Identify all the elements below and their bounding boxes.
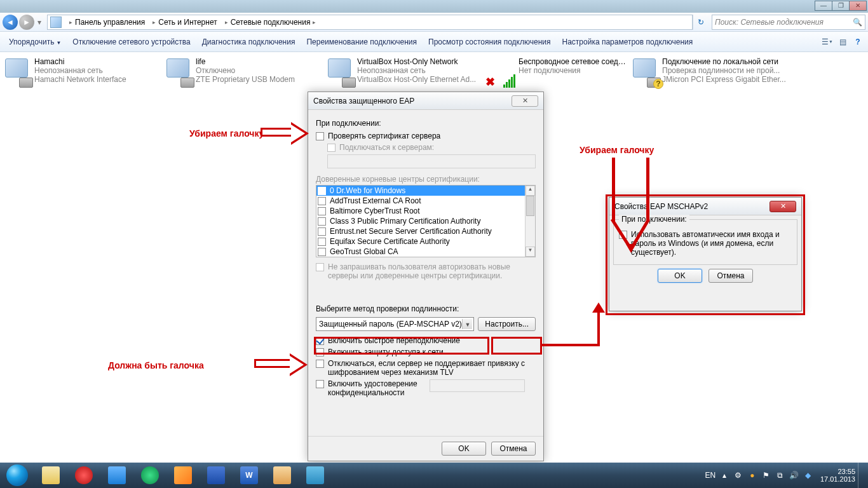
rename-button[interactable]: Переименование подключения xyxy=(301,35,422,49)
modem-icon xyxy=(180,78,194,88)
crumb-2[interactable]: Сетевые подключения xyxy=(231,18,311,27)
tray-action-center-icon[interactable]: ⚑ xyxy=(761,470,772,481)
task-dropbox[interactable] xyxy=(101,464,133,487)
connect-servers-label: Подключаться к серверам: xyxy=(339,143,434,152)
disable-device-button[interactable]: Отключение сетевого устройства xyxy=(67,35,195,49)
system-tray: EN ▴ ⚙ ● ⚑ ⧉ 🔊 ◆ 23:55 17.01.2013 xyxy=(703,463,868,488)
tray-dropbox-icon[interactable]: ◆ xyxy=(803,470,814,481)
search-input[interactable]: Поиск: Сетевые подключения 🔍 xyxy=(712,15,865,30)
adapter-icon xyxy=(5,58,28,78)
on-connect-label: При подключении: xyxy=(316,119,536,128)
connection-item[interactable]: HamachiНеопознанная сетьHamachi Network … xyxy=(4,57,163,88)
trusted-ca-label: Доверенные корневые центры сертификации: xyxy=(316,175,536,184)
configure-button[interactable]: Настроить... xyxy=(478,317,536,331)
organize-button[interactable]: Упорядочить▼ xyxy=(4,35,66,49)
task-app2[interactable] xyxy=(299,464,331,487)
nav-forward-button[interactable]: ► xyxy=(19,15,34,30)
tray-volume-icon[interactable]: 🔊 xyxy=(789,470,800,481)
media-icon xyxy=(174,466,192,484)
cancel-button[interactable]: Отмена xyxy=(491,442,536,456)
nav-back-button[interactable]: ◄ xyxy=(3,15,18,30)
validate-cert-checkbox[interactable] xyxy=(316,132,324,140)
id-privacy-input xyxy=(430,379,525,392)
refresh-button[interactable]: ↻ xyxy=(693,15,708,30)
word-icon: W xyxy=(240,466,258,484)
disconnected-icon: ✖ xyxy=(485,75,519,89)
preview-pane-button[interactable]: ▤ xyxy=(836,36,849,48)
crumb-1[interactable]: Сеть и Интернет xyxy=(158,18,217,27)
network-folder-icon xyxy=(50,17,62,28)
auth-method-combobox[interactable]: Защищенный пароль (EAP-MSCHAP v2) ▼ xyxy=(316,317,474,331)
conn-status: Нет подключения xyxy=(519,66,629,75)
ca-item[interactable]: 0 Dr.Web for Windows xyxy=(330,186,405,195)
settings-button[interactable]: Настройка параметров подключения xyxy=(557,35,698,49)
task-media[interactable] xyxy=(167,464,199,487)
show-desktop-button[interactable] xyxy=(858,463,864,488)
clock-date: 17.01.2013 xyxy=(820,475,855,483)
ca-item[interactable]: GeoTrust Global CA xyxy=(330,247,398,256)
eap-properties-dialog: Свойства защищенного EAP ✕ При подключен… xyxy=(308,92,544,461)
conn-name: life xyxy=(196,57,324,66)
annotation-remove-check-1: Убираем галочку xyxy=(189,128,264,139)
conn-device: Hamachi Network Interface xyxy=(34,75,163,84)
dialog-close-button[interactable]: ✕ xyxy=(512,95,538,107)
connection-item[interactable]: ? Подключение по локальной сетиПроверка … xyxy=(632,57,790,88)
ok-button[interactable]: OK xyxy=(442,442,486,456)
dropbox-icon xyxy=(108,466,126,484)
ca-item[interactable]: Class 3 Public Primary Certification Aut… xyxy=(330,217,480,226)
bg-max-button[interactable]: ❐ xyxy=(832,1,850,11)
start-button[interactable] xyxy=(0,463,34,488)
ca-item[interactable]: AddTrust External CA Root xyxy=(330,196,421,205)
taskbar: W EN ▴ ⚙ ● ⚑ ⧉ 🔊 ◆ 23:55 17.01.2013 xyxy=(0,463,868,488)
connection-item[interactable]: lifeОтключеноZTE Proprietary USB Modem xyxy=(165,57,324,88)
search-placeholder: Поиск: Сетевые подключения xyxy=(715,18,824,27)
connection-item[interactable]: VirtualBox Host-Only NetworkНеопознанная… xyxy=(327,57,485,88)
diagnose-button[interactable]: Диагностика подключения xyxy=(197,35,301,49)
status-button[interactable]: Просмотр состояния подключения xyxy=(423,35,555,49)
connection-item[interactable]: ✖ Беспроводное сетевое соединениеНет под… xyxy=(488,57,629,88)
task-opera[interactable] xyxy=(68,464,100,487)
breadcrumb-bar[interactable]: ▸Панель управления ▸Сеть и Интернет ▸Сет… xyxy=(47,15,693,30)
ca-item[interactable]: Baltimore CyberTrust Root xyxy=(330,207,420,215)
ca-listbox[interactable]: 0 Dr.Web for Windows AddTrust External C… xyxy=(316,185,536,257)
task-paint[interactable] xyxy=(266,464,298,487)
auth-method-label: Выберите метод проверки подлинности: xyxy=(316,304,536,313)
disconnect-tlv-checkbox[interactable] xyxy=(316,360,324,368)
conn-device: VirtualBox Host-Only Ethernet Ad... xyxy=(357,75,485,84)
ca-item[interactable]: Entrust.net Secure Server Certification … xyxy=(330,227,492,236)
bg-close-button[interactable]: ✕ xyxy=(849,1,867,11)
scrollbar[interactable]: ▲▼ xyxy=(525,186,535,257)
id-privacy-label: Включить удостоверение конфиденциальност… xyxy=(328,379,423,397)
connect-servers-checkbox[interactable] xyxy=(327,144,336,152)
validate-cert-label: Проверять сертификат сервера xyxy=(328,132,440,140)
view-mode-button[interactable]: ☰▼ xyxy=(821,36,834,48)
conn-status: Проверка подлинности не прой... xyxy=(662,66,790,75)
task-app[interactable] xyxy=(134,464,166,487)
help-button[interactable]: ? xyxy=(851,36,864,48)
id-privacy-checkbox[interactable] xyxy=(316,380,324,388)
no-prompt-checkbox[interactable] xyxy=(316,263,324,271)
clock[interactable]: 23:55 17.01.2013 xyxy=(820,468,855,483)
annotation-remove-check-2: Убираем галочку xyxy=(580,145,654,155)
annotation-must-check: Должна быть галочка xyxy=(108,360,204,370)
task-explorer[interactable] xyxy=(35,464,67,487)
task-word[interactable]: W xyxy=(233,464,265,487)
bg-min-button[interactable]: — xyxy=(815,1,832,11)
tray-icon[interactable]: ⚙ xyxy=(733,470,744,481)
disconnect-tlv-label: Отключаться, если сервер не поддерживает… xyxy=(328,359,525,377)
annotation-line xyxy=(597,311,600,346)
annotation-highlight-box xyxy=(491,337,542,355)
nav-history-dropdown[interactable]: ▾ xyxy=(36,16,43,29)
crumb-0[interactable]: Панель управления xyxy=(75,18,145,27)
conn-status: Неопознанная сеть xyxy=(357,66,485,75)
conn-name: Hamachi xyxy=(34,57,163,66)
tray-icon[interactable]: ● xyxy=(747,470,758,481)
ca-item[interactable]: Equifax Secure Certificate Authority xyxy=(330,237,450,246)
conn-device: JMicron PCI Express Gigabit Ether... xyxy=(662,75,790,84)
tray-show-hidden[interactable]: ▴ xyxy=(719,470,730,481)
tray-network-icon[interactable]: ⧉ xyxy=(775,470,786,481)
opera-icon xyxy=(75,466,93,484)
task-save[interactable] xyxy=(200,464,232,487)
lang-indicator[interactable]: EN xyxy=(705,470,716,481)
floppy-icon xyxy=(207,466,225,484)
